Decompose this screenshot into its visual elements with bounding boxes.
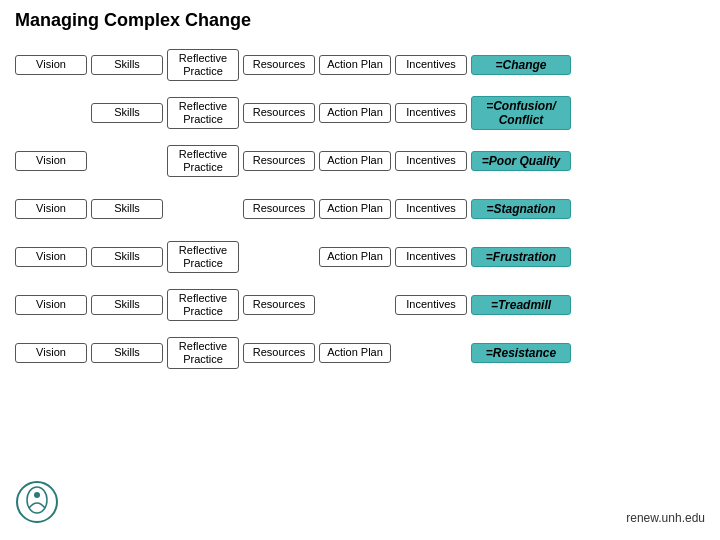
incentives-cell-2: Incentives <box>395 151 467 170</box>
resources-cell-0: Resources <box>243 55 315 74</box>
page-title: Managing Complex Change <box>15 10 705 31</box>
resources-cell-2: Resources <box>243 151 315 170</box>
result-cell-5: =Treadmill <box>471 295 571 315</box>
row-1: SkillsReflective PracticeResourcesAction… <box>15 91 705 135</box>
vision-cell-2: Vision <box>15 151 87 170</box>
incentives-cell-5: Incentives <box>395 295 467 314</box>
incentives-cell-6 <box>395 351 467 355</box>
skills-cell-2 <box>91 159 163 163</box>
actionplan-cell-5 <box>319 303 391 307</box>
actionplan-cell-0: Action Plan <box>319 55 391 74</box>
reflective-cell-0: Reflective Practice <box>167 49 239 81</box>
row-0: VisionSkillsReflective PracticeResources… <box>15 43 705 87</box>
incentives-cell-0: Incentives <box>395 55 467 74</box>
incentives-cell-4: Incentives <box>395 247 467 266</box>
unh-logo <box>15 480 60 525</box>
skills-cell-4: Skills <box>91 247 163 266</box>
incentives-cell-1: Incentives <box>395 103 467 122</box>
vision-cell-4: Vision <box>15 247 87 266</box>
row-6: VisionSkillsReflective PracticeResources… <box>15 331 705 375</box>
row-2: VisionReflective PracticeResourcesAction… <box>15 139 705 183</box>
result-cell-1: =Confusion/ Conflict <box>471 96 571 131</box>
vision-cell-6: Vision <box>15 343 87 362</box>
reflective-cell-1: Reflective Practice <box>167 97 239 129</box>
vision-cell-0: Vision <box>15 55 87 74</box>
skills-cell-3: Skills <box>91 199 163 218</box>
result-cell-4: =Frustration <box>471 247 571 267</box>
footer-url: renew.unh.edu <box>626 511 705 525</box>
svg-point-3 <box>34 492 40 498</box>
change-grid: VisionSkillsReflective PracticeResources… <box>15 43 705 375</box>
actionplan-cell-3: Action Plan <box>319 199 391 218</box>
reflective-cell-6: Reflective Practice <box>167 337 239 369</box>
resources-cell-5: Resources <box>243 295 315 314</box>
result-cell-2: =Poor Quality <box>471 151 571 171</box>
vision-cell-3: Vision <box>15 199 87 218</box>
reflective-cell-2: Reflective Practice <box>167 145 239 177</box>
reflective-cell-3 <box>167 207 239 211</box>
vision-cell-5: Vision <box>15 295 87 314</box>
skills-cell-6: Skills <box>91 343 163 362</box>
footer: renew.unh.edu <box>0 480 720 525</box>
resources-cell-3: Resources <box>243 199 315 218</box>
skills-cell-0: Skills <box>91 55 163 74</box>
resources-cell-4 <box>243 255 315 259</box>
row-3: VisionSkillsResourcesAction PlanIncentiv… <box>15 187 705 231</box>
reflective-cell-5: Reflective Practice <box>167 289 239 321</box>
resources-cell-1: Resources <box>243 103 315 122</box>
skills-cell-5: Skills <box>91 295 163 314</box>
vision-cell-1 <box>15 111 87 115</box>
result-cell-6: =Resistance <box>471 343 571 363</box>
incentives-cell-3: Incentives <box>395 199 467 218</box>
result-cell-0: =Change <box>471 55 571 75</box>
result-cell-3: =Stagnation <box>471 199 571 219</box>
actionplan-cell-4: Action Plan <box>319 247 391 266</box>
reflective-cell-4: Reflective Practice <box>167 241 239 273</box>
row-5: VisionSkillsReflective PracticeResources… <box>15 283 705 327</box>
row-4: VisionSkillsReflective PracticeAction Pl… <box>15 235 705 279</box>
actionplan-cell-2: Action Plan <box>319 151 391 170</box>
skills-cell-1: Skills <box>91 103 163 122</box>
actionplan-cell-1: Action Plan <box>319 103 391 122</box>
resources-cell-6: Resources <box>243 343 315 362</box>
actionplan-cell-6: Action Plan <box>319 343 391 362</box>
